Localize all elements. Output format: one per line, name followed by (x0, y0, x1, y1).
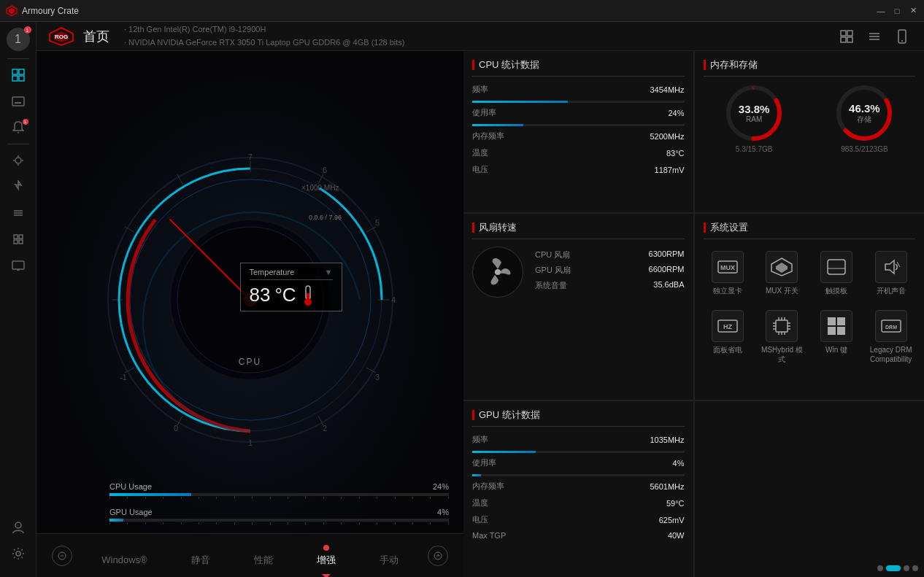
temp-value: 83°C (250, 283, 333, 306)
gpu-stats-header: GPU 统计数据 (472, 408, 685, 427)
sys-item-panel-save[interactable]: HZ 面板省电 (704, 306, 752, 368)
sys-item-touchpad[interactable]: 触摸板 (812, 247, 861, 300)
header-grid-icon[interactable] (836, 26, 857, 47)
sidebar-item-notifications[interactable]: 1 (5, 116, 31, 139)
mode-next-button[interactable] (428, 546, 448, 566)
header-phone-icon[interactable] (892, 26, 912, 47)
gpu-freq-row: 频率 1035MHz (472, 434, 685, 445)
sidebar-item-catalog[interactable] (5, 228, 31, 251)
mux-icon: MUX (712, 251, 744, 283)
titlebar-title: Armoury Crate (22, 6, 79, 16)
svg-text:7: 7 (247, 152, 252, 161)
svg-text:3: 3 (374, 373, 379, 382)
svg-rect-95 (776, 320, 788, 332)
cpu-label: CPU (239, 357, 261, 367)
sidebar-item-settings[interactable] (5, 542, 31, 565)
svg-rect-21 (14, 235, 18, 239)
cpu-fan-row: CPU 风扇 6300RPM (535, 249, 685, 260)
user-avatar[interactable]: 1 1 (7, 28, 30, 51)
header-list-icon[interactable] (864, 26, 885, 47)
mode-dot-turbo (323, 545, 329, 551)
fan-display: CPU 风扇 6300RPM GPU 风扇 6600RPM 系统音量 35.6d… (472, 247, 685, 298)
fan-header: 风扇转速 (472, 221, 685, 239)
memory-header: 内存和存储 (704, 58, 916, 77)
mode-tab-windows[interactable]: Windows® (80, 540, 169, 571)
memory-panel: 内存和存储 33.8% RAM (695, 51, 925, 212)
svg-text:6: 6 (322, 166, 326, 174)
gpu-usage-stat-row: 使用率 4% (472, 457, 685, 468)
cpu-voltage-row: 电压 1187mV (472, 164, 685, 175)
header-system-info: · 12th Gen Intel(R) Core(TM) i9-12900H ·… (124, 23, 405, 49)
svg-rect-4 (12, 76, 18, 81)
sidebar-divider-2 (7, 144, 29, 144)
sidebar-item-user-profile[interactable] (5, 516, 31, 539)
gpu-voltage-row: 电压 625mV (472, 514, 685, 525)
mode-tab-turbo[interactable]: 增强 (295, 539, 358, 573)
gpu-usage-bar-fill (109, 519, 123, 522)
svg-rect-74 (307, 293, 309, 303)
cpu-usage-label: CPU Usage (109, 482, 152, 491)
titlebar: Armoury Crate — □ ✕ (0, 0, 924, 22)
svg-rect-35 (841, 37, 846, 42)
sidebar-divider (7, 58, 29, 59)
sidebar-item-keyboard[interactable] (5, 90, 31, 113)
svg-point-28 (15, 522, 21, 528)
sidebar-bottom (5, 516, 31, 571)
sidebar-item-scenario[interactable] (5, 175, 31, 198)
app-icon (6, 5, 18, 17)
cpu-stats-panel: CPU 统计数据 频率 3454MHz 使用率 24% 内存频率 5200MHz (463, 51, 693, 212)
svg-text:×1000 MHz: ×1000 MHz (301, 184, 339, 192)
svg-rect-108 (828, 317, 836, 325)
svg-text:DRM: DRM (885, 325, 897, 330)
svg-rect-110 (828, 327, 836, 335)
sidebar-item-lighting[interactable] (5, 149, 31, 172)
gpu-stats-panel: GPU 统计数据 频率 1035MHz 使用率 4% 内存频率 5601MHz (463, 401, 693, 577)
gpu-tgp-row: Max TGP 40W (472, 531, 685, 540)
svg-text:0.0.6 / 7.96: 0.0.6 / 7.96 (309, 214, 342, 221)
usage-section: CPU Usage 24% GPU Usage 4% (109, 482, 449, 533)
page-dot-1[interactable] (877, 565, 883, 571)
fan-stats: CPU 风扇 6300RPM GPU 风扇 6600RPM 系统音量 35.6d… (535, 249, 685, 295)
maximize-button[interactable]: □ (892, 6, 902, 16)
system-settings-panel: 系统设置 MUX 独立显卡 MUX 开关 (695, 214, 925, 400)
svg-rect-5 (19, 76, 24, 81)
mode-tab-performance[interactable]: 性能 (232, 539, 295, 573)
sys-item-win-key[interactable]: Win 键 (812, 306, 861, 368)
sys-item-boot-sound[interactable]: 开机声音 (866, 247, 915, 300)
page-dot-active[interactable] (886, 565, 901, 571)
sys-vol-row: 系统音量 35.6dBA (535, 280, 685, 291)
mode-tab-manual[interactable]: 手动 (358, 539, 420, 573)
bottom-right-panel (695, 401, 925, 577)
svg-rect-34 (847, 31, 852, 36)
storage-ring: 46.3% 存储 (835, 84, 893, 142)
cpu-usage-ticks (109, 497, 449, 499)
mode-prev-button[interactable] (52, 546, 72, 566)
svg-point-13 (15, 158, 21, 163)
svg-text:4: 4 (390, 295, 395, 304)
notification-badge: 1 (24, 26, 31, 34)
svg-rect-109 (837, 317, 845, 325)
svg-rect-3 (19, 69, 24, 74)
sidebar-item-monitor[interactable] (5, 254, 31, 277)
pagination (877, 565, 918, 571)
sys-item-mux-card[interactable]: MUX 独立显卡 (704, 247, 752, 300)
sidebar: 1 1 1 (0, 22, 36, 577)
svg-rect-23 (14, 240, 18, 244)
minimize-button[interactable]: — (876, 6, 886, 16)
sidebar-item-tools[interactable] (5, 201, 31, 225)
svg-text:0: 0 (173, 424, 177, 433)
cpu-chip-icon (766, 310, 798, 342)
page-dot-3[interactable] (912, 565, 918, 571)
mode-tab-silent[interactable]: 静音 (169, 539, 232, 573)
windows-icon (820, 310, 852, 342)
sidebar-item-home[interactable] (5, 63, 31, 87)
sys-item-drm[interactable]: DRM Legacy DRM Compatibility (866, 306, 915, 368)
sys-item-mux-switch[interactable]: MUX 开关 (758, 247, 806, 300)
svg-rect-36 (847, 37, 852, 42)
temp-label: Temperature ▼ (250, 268, 333, 280)
cpu-usage-stat-row: 使用率 24% (472, 107, 685, 118)
svg-text:MUX: MUX (720, 264, 735, 271)
sys-item-mshybrid[interactable]: MSHybrid 模式 (758, 306, 806, 368)
close-button[interactable]: ✕ (908, 6, 918, 16)
page-dot-2[interactable] (904, 565, 909, 571)
